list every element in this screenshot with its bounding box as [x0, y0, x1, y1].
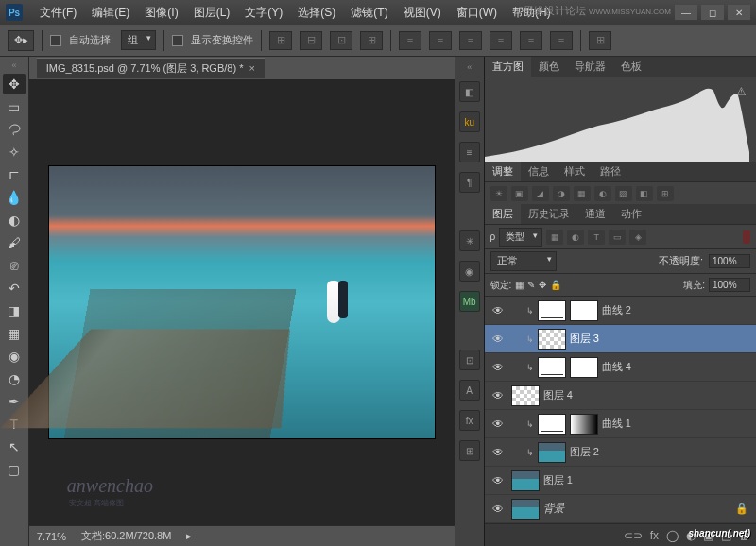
layer-thumbnail[interactable] — [538, 357, 566, 378]
close-button[interactable]: ✕ — [728, 5, 750, 20]
menu-item[interactable]: 文字(Y) — [237, 5, 290, 21]
panel-icon[interactable]: Mb — [459, 291, 480, 312]
layer-row[interactable]: 👁↳曲线 1 — [485, 410, 756, 438]
mask-thumbnail[interactable] — [570, 357, 598, 378]
menu-item[interactable]: 滤镜(T) — [343, 5, 395, 21]
layer-fx-icon[interactable]: fx — [650, 529, 659, 542]
layer-row[interactable]: 👁↳图层 2 — [485, 438, 756, 467]
adjustment-icon[interactable]: ◑ — [553, 186, 570, 201]
layer-name[interactable]: 图层 4 — [543, 388, 573, 402]
menu-item[interactable]: 视图(V) — [396, 5, 449, 21]
panel-icon[interactable]: ≡ — [459, 142, 480, 162]
adjustment-icon[interactable]: ⊞ — [657, 186, 674, 201]
shape-tool-icon[interactable]: ▢ — [3, 459, 26, 480]
menu-item[interactable]: 图层(L) — [186, 5, 238, 21]
layer-thumbnail[interactable] — [538, 329, 566, 350]
mask-thumbnail[interactable] — [570, 414, 598, 435]
arrange-icon[interactable]: ⊞ — [589, 31, 611, 50]
adjustment-icon[interactable]: ▨ — [615, 186, 632, 201]
layer-thumbnail[interactable] — [538, 414, 566, 435]
blend-mode-dropdown[interactable]: 正常 — [490, 251, 557, 271]
layer-row[interactable]: 👁图层 1 — [485, 467, 756, 495]
menu-item[interactable]: 选择(S) — [290, 5, 343, 21]
layer-row[interactable]: 👁背景🔒 — [485, 495, 756, 523]
panel-tab[interactable]: 样式 — [557, 162, 593, 181]
layer-list[interactable]: 👁↳曲线 2👁↳图层 3👁↳曲线 4👁图层 4👁↳曲线 1👁↳图层 2👁图层 1… — [485, 297, 756, 523]
panel-tab[interactable]: 调整 — [485, 162, 521, 181]
panel-icon[interactable]: ku — [459, 111, 480, 132]
layer-row[interactable]: 👁图层 4 — [485, 382, 756, 410]
menu-item[interactable]: 编辑(E) — [84, 5, 137, 21]
status-menu-icon[interactable]: ▸ — [186, 530, 192, 542]
fill-input[interactable] — [709, 278, 750, 292]
distribute-icon[interactable]: ≡ — [429, 31, 452, 50]
canvas-viewport[interactable]: anwenchao 安文超 高端修图 — [29, 79, 455, 525]
layer-thumbnail[interactable] — [511, 470, 540, 491]
lasso-tool-icon[interactable] — [3, 119, 26, 140]
visibility-eye-icon[interactable]: 👁 — [485, 503, 511, 516]
panel-tab[interactable]: 导航器 — [567, 57, 613, 77]
heal-tool-icon[interactable]: ◐ — [3, 210, 26, 230]
adjustment-icon[interactable]: ▣ — [511, 186, 528, 201]
panel-tab[interactable]: 动作 — [613, 204, 649, 224]
panel-tab[interactable]: 通道 — [577, 204, 613, 224]
distribute-icon[interactable]: ≡ — [490, 31, 512, 50]
collapse-icon[interactable]: « — [11, 60, 16, 70]
crop-tool-icon[interactable]: ⊏ — [3, 164, 26, 185]
visibility-eye-icon[interactable]: 👁 — [485, 446, 511, 459]
layer-name[interactable]: 曲线 1 — [602, 417, 631, 431]
layer-name[interactable]: 图层 1 — [543, 473, 573, 487]
distribute-icon[interactable]: ≡ — [520, 31, 542, 50]
lock-all-icon[interactable]: 🔒 — [550, 280, 561, 290]
visibility-eye-icon[interactable]: 👁 — [485, 333, 511, 346]
collapse-icon[interactable]: « — [467, 62, 472, 72]
adjustment-icon[interactable]: ◢ — [532, 186, 549, 201]
filter-type-dropdown[interactable]: 类型 — [499, 228, 542, 247]
zoom-level[interactable]: 7.71% — [37, 531, 66, 542]
panel-icon[interactable]: ✳ — [459, 230, 480, 251]
layer-row[interactable]: 👁↳图层 3 — [485, 325, 756, 353]
layer-mask-icon[interactable]: ◯ — [666, 529, 679, 542]
panel-tab[interactable]: 色板 — [613, 57, 649, 77]
panel-icon[interactable]: ◉ — [459, 261, 480, 282]
visibility-eye-icon[interactable]: 👁 — [485, 389, 511, 402]
filter-icon[interactable]: ◐ — [567, 230, 584, 245]
show-transform-checkbox[interactable] — [172, 35, 183, 46]
gradient-tool-icon[interactable]: ▦ — [3, 323, 26, 344]
align-icon[interactable]: ⊟ — [300, 31, 322, 50]
eyedropper-tool-icon[interactable]: 💧 — [3, 187, 26, 208]
layer-row[interactable]: 👁↳曲线 2 — [485, 297, 756, 325]
distribute-icon[interactable]: ≡ — [459, 31, 482, 50]
panel-tab[interactable]: 颜色 — [531, 57, 567, 77]
adjustment-icon[interactable]: ◐ — [594, 186, 611, 201]
align-icon[interactable]: ⊡ — [330, 31, 352, 50]
panel-tab[interactable]: 路径 — [593, 162, 628, 181]
align-icon[interactable]: ⊞ — [360, 31, 383, 50]
visibility-eye-icon[interactable]: 👁 — [485, 304, 511, 317]
layer-thumbnail[interactable] — [511, 385, 540, 406]
maximize-button[interactable]: ◻ — [701, 5, 724, 20]
panel-tab[interactable]: 信息 — [521, 162, 557, 181]
layer-name[interactable]: 背景 — [543, 502, 564, 516]
distribute-icon[interactable]: ≡ — [399, 31, 421, 50]
path-tool-icon[interactable]: ↖ — [3, 436, 26, 457]
menu-item[interactable]: 文件(F) — [32, 5, 84, 21]
wand-tool-icon[interactable]: ✧ — [3, 142, 26, 162]
visibility-eye-icon[interactable]: 👁 — [485, 474, 511, 487]
filter-icon[interactable]: ◈ — [629, 230, 646, 245]
panel-icon[interactable]: ◧ — [459, 81, 480, 102]
link-layers-icon[interactable]: ⊂⊃ — [624, 529, 643, 542]
blur-tool-icon[interactable]: ◉ — [3, 346, 26, 367]
panel-tab[interactable]: 历史记录 — [521, 204, 577, 224]
mask-thumbnail[interactable] — [570, 300, 598, 321]
layer-name[interactable]: 曲线 4 — [602, 360, 631, 374]
layer-name[interactable]: 图层 2 — [570, 445, 599, 459]
auto-select-dropdown[interactable]: 组 — [121, 30, 156, 50]
panel-tab[interactable]: 直方图 — [485, 57, 531, 77]
distribute-icon[interactable]: ≡ — [550, 31, 573, 50]
layer-thumbnail[interactable] — [511, 499, 540, 520]
lock-pixels-icon[interactable]: ▦ — [515, 280, 524, 290]
move-tool-preset-icon[interactable]: ✥▸ — [8, 30, 34, 51]
lock-move-icon[interactable]: ✥ — [539, 280, 546, 290]
adjustment-icon[interactable]: ▦ — [574, 186, 591, 201]
